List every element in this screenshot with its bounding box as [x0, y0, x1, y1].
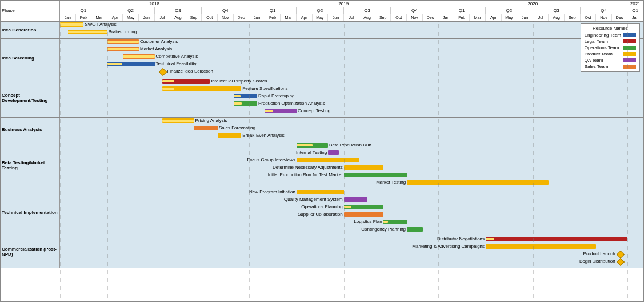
task-label: Market Analysis — [139, 46, 172, 51]
quarter-header: Q2 — [486, 7, 533, 14]
legend-label: QA Team — [585, 57, 603, 63]
month-header: May — [313, 14, 329, 21]
month-header: Dec — [234, 14, 250, 21]
legend-row: Product Team — [585, 51, 636, 57]
month-header: Jul — [344, 14, 360, 21]
task-label: Contingency Planning — [361, 227, 407, 232]
month-header: Sep — [186, 14, 202, 21]
legend-label: Operations Team — [585, 45, 619, 51]
month-header: Jan — [249, 14, 265, 21]
task-label: Internal Testing — [296, 150, 328, 155]
month-header: Oct — [391, 14, 407, 21]
timeline-header: Phase 2018201920202021 Q1Q2Q3Q4Q1Q2Q3Q4Q… — [1, 1, 643, 21]
task-bar: Supplier Collaboration — [344, 212, 383, 218]
task-label: Finalize Idea Selection — [167, 69, 213, 74]
phase-name-cell: Concept Development/Testing — [1, 78, 60, 117]
month-header: Oct — [581, 14, 597, 21]
month-header: Feb — [76, 14, 92, 21]
task-bar: Intellectual Property Search — [162, 79, 210, 85]
phase-band — [60, 21, 643, 38]
task-bar: Competitive Analysis — [123, 54, 154, 60]
month-header: Aug — [170, 14, 186, 21]
task-label: Distributor Negotiations — [437, 236, 486, 241]
month-header: Jul — [155, 14, 171, 21]
month-header: Jun — [328, 14, 344, 21]
quarter-header: Q1 — [627, 7, 643, 14]
month-header: Aug — [549, 14, 565, 21]
task-label: SWOT Analysis — [83, 22, 116, 27]
task-bar: Rapid Prototyping — [234, 94, 257, 100]
month-header: Aug — [359, 14, 375, 21]
legend-row: Legal Team — [585, 38, 636, 45]
task-label: Marketing & Advertising Campaigns — [412, 244, 486, 249]
month-header: Apr — [486, 14, 502, 21]
month-header: Nov — [407, 14, 423, 21]
task-bar: Break-Even Analysis — [218, 133, 241, 139]
task-bar: Determine Necessary Adjustments — [344, 165, 383, 171]
year-header: 2021 — [627, 1, 643, 7]
legend-row: Sales Team — [585, 63, 636, 70]
task-label: Competitive Analysis — [155, 54, 198, 59]
quarter-header: Q4 — [202, 7, 249, 14]
task-bar: Contingency Planning — [407, 227, 423, 233]
task-bar: New Program Initiation — [297, 190, 344, 196]
task-bar: Focus Group Interviews — [297, 158, 359, 164]
legend-row: QA Team — [585, 57, 636, 63]
phase-name-cell: Business Analysis — [1, 117, 60, 142]
task-label: Rapid Prototyping — [257, 93, 295, 98]
task-bar: Distributor Negotiations — [486, 237, 627, 243]
phase-band — [60, 117, 643, 142]
quarter-header: Q4 — [391, 7, 438, 14]
task-label: Customer Analysis — [139, 39, 178, 44]
month-header: May — [502, 14, 518, 21]
task-bar: Production Optimization Analysis — [234, 101, 257, 107]
task-label: Begin Distribution — [579, 259, 615, 264]
task-bar: Initial Production Run for Test Market — [344, 173, 407, 178]
year-header: 2020 — [438, 1, 627, 7]
task-label: Initial Production Run for Test Market — [268, 172, 344, 177]
task-bar: Market Testing — [407, 180, 549, 186]
quarter-header: Q3 — [533, 7, 581, 14]
month-header: Dec — [423, 14, 439, 21]
month-header: Sep — [375, 14, 391, 21]
legend-title: Resource Names — [585, 26, 636, 32]
task-bar: Quality Management System — [344, 197, 367, 203]
task-bar: Market Analysis — [107, 47, 139, 53]
task-label: Logistics Plan — [354, 219, 383, 224]
task-bar: Operations Planning — [344, 205, 383, 210]
task-label: Operations Planning — [301, 204, 344, 209]
month-header: Jan — [627, 14, 643, 21]
month-header: Jan — [438, 14, 454, 21]
legend-row: Operations Team — [585, 45, 636, 51]
task-bar: Beta Production Run — [297, 143, 328, 149]
month-header: Apr — [107, 14, 123, 21]
task-label: Feature Specifications — [241, 86, 287, 91]
task-bar: Marketing & Advertising Campaigns — [486, 244, 596, 250]
task-label: Supplier Collaboration — [298, 212, 344, 217]
month-header: Mar — [470, 14, 486, 21]
task-label: Concept Testing — [297, 108, 330, 113]
month-header: Jun — [139, 14, 155, 21]
month-header: Jul — [533, 14, 549, 21]
phase-name-cell: Commercialization (Post-NPD) — [1, 236, 60, 268]
legend-label: Legal Team — [585, 38, 608, 45]
task-label: New Program Initiation — [249, 189, 297, 194]
month-header: Jun — [517, 14, 533, 21]
month-header: Apr — [297, 14, 313, 21]
legend-swatch — [623, 58, 636, 62]
month-header: May — [123, 14, 139, 21]
month-header: Sep — [565, 14, 581, 21]
task-label: Break-Even Analysis — [241, 133, 284, 138]
task-bar: Sales Forecasting — [194, 126, 218, 132]
month-header: Jan — [60, 14, 76, 21]
legend-label: Engineering Team — [585, 32, 621, 38]
task-label: Brainstorming — [107, 29, 137, 34]
phase-band — [60, 78, 643, 117]
task-label: Focus Group Interviews — [247, 157, 296, 162]
task-bar: Customer Analysis — [107, 39, 139, 45]
legend-row: Engineering Team — [585, 32, 636, 38]
task-label: Product Launch — [583, 251, 615, 256]
phase-name-cell: Technical Implementation — [1, 189, 60, 236]
quarter-header: Q1 — [438, 7, 486, 14]
task-bar: Brainstorming — [68, 30, 107, 35]
